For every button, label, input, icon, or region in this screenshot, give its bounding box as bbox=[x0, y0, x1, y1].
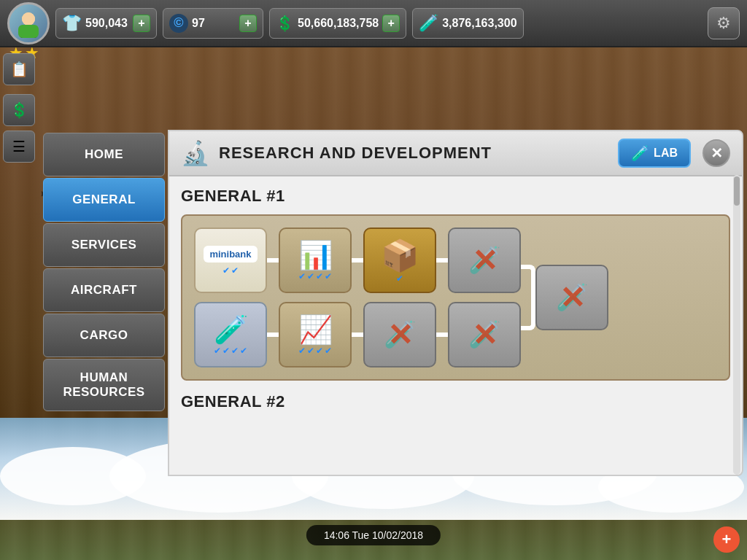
final-locked-x: ✕ bbox=[560, 280, 585, 316]
resource-copyright: © 97 + bbox=[163, 8, 263, 39]
settings-button[interactable]: ⚙ bbox=[708, 7, 740, 39]
copyright-icon: © bbox=[169, 14, 188, 33]
dollar-icon: 💲 bbox=[10, 101, 28, 119]
close-icon: ✕ bbox=[711, 144, 723, 162]
tshirt-value: 590,043 bbox=[85, 17, 129, 30]
research-item-money-chart[interactable]: 📈 ✔ ✔ ✔ ✔ bbox=[279, 302, 352, 368]
connector-h-3 bbox=[436, 258, 448, 262]
nav-human-resources[interactable]: HUMANRESOURCES bbox=[43, 359, 165, 411]
copyright-value: 97 bbox=[192, 17, 236, 30]
chart-icon: 📊 bbox=[298, 239, 333, 271]
nav-cargo[interactable]: CARGO bbox=[43, 314, 165, 357]
research-top-row: minibank ✔ ✔ 📊 bbox=[194, 228, 521, 293]
clipboard-icon: 📋 bbox=[10, 61, 28, 78]
tshirt-plus-button[interactable]: + bbox=[133, 15, 150, 32]
research-item-cargo[interactable]: 📦 ✔ bbox=[363, 228, 436, 293]
research-grid-general1: minibank ✔ ✔ 📊 bbox=[181, 214, 730, 381]
lab-flask-icon: 🧪 bbox=[631, 144, 649, 162]
bottom-right-plus-button[interactable]: + bbox=[713, 526, 740, 553]
connector-h-6 bbox=[436, 332, 448, 337]
branch-connector bbox=[521, 265, 535, 330]
research-item-final-locked[interactable]: 🧪 ✕ bbox=[535, 265, 608, 330]
research-item-flasks[interactable]: 🧪 ✔ ✔ ✔ ✔ bbox=[194, 302, 267, 368]
chart-checks: ✔ ✔ ✔ ✔ bbox=[298, 271, 332, 281]
research-item-locked-2[interactable]: 🧪 ✕ bbox=[363, 302, 436, 368]
flasks-checks: ✔ ✔ ✔ ✔ bbox=[214, 346, 247, 356]
money-plus-button[interactable]: + bbox=[382, 15, 400, 32]
clipboard-button[interactable]: 📋 bbox=[3, 53, 35, 85]
resource-tshirt: 👕 590,043 + bbox=[55, 8, 157, 39]
content-panel: 🔬 RESEARCH AND DEVELOPMENT 🧪 LAB ✕ GENER… bbox=[168, 130, 743, 476]
plus-icon: + bbox=[722, 530, 732, 549]
locked-x-1: ✕ bbox=[472, 243, 498, 279]
minibank-label: minibank bbox=[204, 246, 257, 262]
money-chart-icon: 📈 bbox=[298, 314, 333, 346]
research-bottom-row: 🧪 ✔ ✔ ✔ ✔ bbox=[194, 302, 521, 368]
flasks-icon: 🧪 bbox=[214, 314, 248, 346]
dollar-button[interactable]: 💲 bbox=[3, 94, 35, 126]
cargo-icon: 📦 bbox=[381, 238, 419, 273]
research-two-rows: minibank ✔ ✔ 📊 bbox=[194, 228, 521, 368]
branch-bottom bbox=[521, 298, 535, 330]
status-bar: 14:06 Tue 10/02/2018 bbox=[306, 525, 441, 545]
cargo-checks: ✔ bbox=[396, 273, 403, 284]
nav-aircraft[interactable]: AIRCRAFT bbox=[43, 268, 165, 312]
lab-button[interactable]: 🧪 LAB bbox=[618, 139, 691, 168]
branch-top bbox=[521, 265, 535, 298]
research-item-minibank[interactable]: minibank ✔ ✔ bbox=[194, 228, 267, 293]
nav-general[interactable]: GENERAL bbox=[43, 178, 165, 222]
locked-x-3: ✕ bbox=[472, 317, 498, 353]
top-bar: 👕 590,043 + © 97 + 💲 50,660,183,758 + 🧪 … bbox=[0, 0, 747, 47]
research-rows-container: minibank ✔ ✔ 📊 bbox=[194, 228, 717, 368]
close-button[interactable]: ✕ bbox=[703, 139, 730, 167]
scrollbar-thumb[interactable] bbox=[734, 176, 740, 206]
money-chart-checks: ✔ ✔ ✔ ✔ bbox=[298, 346, 332, 356]
panel-header: 🔬 RESEARCH AND DEVELOPMENT 🧪 LAB ✕ bbox=[169, 131, 742, 176]
nav-menu: HOME GENERAL SERVICES AIRCRAFT CARGO HUM… bbox=[40, 130, 168, 476]
resource-money: 💲 50,660,183,758 + bbox=[269, 8, 406, 39]
lab-label: LAB bbox=[654, 147, 678, 160]
menu-button[interactable]: ☰ bbox=[3, 131, 35, 163]
nav-services[interactable]: SERVICES bbox=[43, 223, 165, 267]
connector-h-2 bbox=[352, 258, 363, 262]
svg-rect-4 bbox=[18, 25, 39, 38]
datetime-label: 14:06 Tue 10/02/2018 bbox=[324, 529, 423, 541]
science-value: 3,876,163,300 bbox=[442, 17, 516, 30]
section-general2-title: GENERAL #2 bbox=[181, 392, 730, 411]
money-value: 50,660,183,758 bbox=[298, 17, 379, 30]
scrollbar-track[interactable] bbox=[733, 175, 740, 475]
research-item-locked-3[interactable]: 🧪 ✕ bbox=[448, 302, 521, 368]
connector-h-4 bbox=[267, 332, 279, 337]
research-item-locked-1[interactable]: 🧪 ✕ bbox=[448, 228, 521, 293]
avatar[interactable] bbox=[7, 2, 50, 44]
science-icon: 🧪 bbox=[419, 14, 438, 33]
money-icon: 💲 bbox=[276, 15, 294, 32]
left-sidebar: 📋 💲 ☰ bbox=[0, 47, 40, 168]
locked-x-2: ✕ bbox=[387, 317, 413, 353]
connector-h-5 bbox=[352, 332, 363, 337]
minibank-checks: ✔ ✔ bbox=[222, 265, 239, 276]
main-dialog: HOME GENERAL SERVICES AIRCRAFT CARGO HUM… bbox=[40, 130, 743, 476]
nav-home[interactable]: HOME bbox=[43, 133, 165, 176]
menu-icon: ☰ bbox=[12, 138, 26, 155]
settings-icon: ⚙ bbox=[716, 14, 731, 33]
microscope-icon: 🔬 bbox=[181, 139, 210, 167]
panel-title: RESEARCH AND DEVELOPMENT bbox=[219, 144, 609, 163]
panel-content[interactable]: GENERAL #1 minibank ✔ ✔ bbox=[169, 176, 742, 475]
research-item-chart[interactable]: 📊 ✔ ✔ ✔ ✔ bbox=[279, 228, 352, 293]
copyright-plus-button[interactable]: + bbox=[239, 15, 257, 32]
section-general1-title: GENERAL #1 bbox=[181, 187, 730, 206]
connector-h-1 bbox=[267, 258, 279, 262]
tshirt-icon: 👕 bbox=[62, 14, 82, 33]
resource-science: 🧪 3,876,163,300 bbox=[412, 8, 523, 39]
